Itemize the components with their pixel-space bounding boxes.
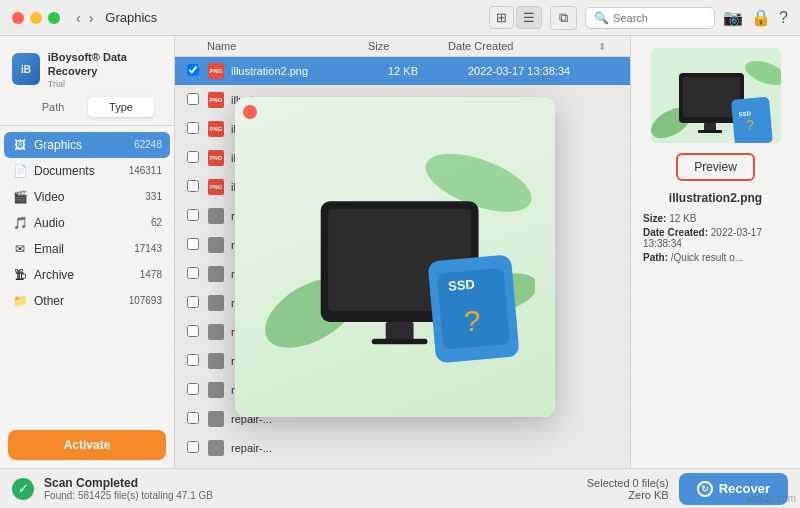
minimize-btn[interactable] (30, 12, 42, 24)
camera-icon[interactable]: 📷 (723, 8, 743, 27)
file-checkbox[interactable] (187, 383, 199, 395)
file-name: illustration2.png (231, 65, 388, 77)
file-checkbox[interactable] (187, 325, 199, 337)
recover-icon: ↻ (697, 481, 713, 497)
documents-count: 146311 (129, 165, 162, 176)
grid-view-btn[interactable]: ⊞ (489, 6, 514, 29)
watermark: wsxdn.com (746, 493, 796, 504)
file-type-icon: PNG (207, 91, 225, 109)
archive-icon: 🗜 (12, 267, 28, 283)
file-date: 2022-03-17 13:38:34 (468, 65, 618, 77)
email-count: 17143 (134, 243, 162, 254)
app-logo: iB iBoysoft® Data Recovery Trial (12, 50, 162, 89)
file-checkbox[interactable] (187, 209, 199, 221)
file-checkbox[interactable] (187, 441, 199, 453)
maximize-btn[interactable] (48, 12, 60, 24)
svg-rect-5 (386, 322, 414, 341)
svg-rect-6 (372, 339, 428, 345)
scan-detail: Found: 581425 file(s) totaling 47.1 GB (44, 490, 213, 501)
sidebar-item-other[interactable]: 📁 Other 107693 (4, 288, 170, 314)
sidebar-header: iB iBoysoft® Data Recovery Trial Path Ty… (0, 36, 174, 126)
svg-text:?: ? (464, 304, 481, 337)
tab-type[interactable]: Type (88, 97, 154, 117)
file-row[interactable]: repair-... (175, 434, 630, 463)
svg-rect-15 (683, 77, 740, 117)
file-checkbox[interactable] (187, 354, 199, 366)
activate-button[interactable]: Activate (8, 430, 166, 460)
scan-status: Scan Completed Found: 581425 file(s) tot… (44, 476, 213, 501)
file-checkbox[interactable] (187, 93, 199, 105)
window-controls (12, 12, 60, 24)
file-area: Name Size Date Created ⬍ PNG illustratio… (175, 36, 630, 468)
file-checkbox[interactable] (187, 296, 199, 308)
file-checkbox[interactable] (187, 64, 199, 76)
col-header-date: Date Created (448, 40, 598, 52)
sidebar: iB iBoysoft® Data Recovery Trial Path Ty… (0, 36, 175, 468)
file-list-header: Name Size Date Created ⬍ (175, 36, 630, 57)
sidebar-item-archive[interactable]: 🗜 Archive 1478 (4, 262, 170, 288)
status-bar: ✓ Scan Completed Found: 581425 file(s) t… (0, 468, 800, 508)
sidebar-item-graphics[interactable]: 🖼 Graphics 62248 (4, 132, 170, 158)
graphics-icon: 🖼 (12, 137, 28, 153)
file-type-icon (207, 439, 225, 457)
sidebar-items: 🖼 Graphics 62248 📄 Documents 146311 🎬 Vi… (0, 126, 174, 422)
preview-thumbnail: ? SSD (651, 48, 781, 143)
sidebar-item-documents[interactable]: 📄 Documents 146311 (4, 158, 170, 184)
sort-icon: ⬍ (598, 41, 606, 52)
preview-button[interactable]: Preview (676, 153, 755, 181)
list-view-btn[interactable]: ☰ (516, 6, 542, 29)
svg-text:SSD: SSD (447, 276, 475, 293)
popup-close-btn[interactable] (243, 105, 257, 119)
sidebar-tabs: Path Type (20, 97, 154, 117)
popup-image: ? SSD (235, 97, 555, 417)
file-checkbox[interactable] (187, 267, 199, 279)
file-checkbox[interactable] (187, 122, 199, 134)
file-size: 12 KB (388, 65, 468, 77)
documents-icon: 📄 (12, 163, 28, 179)
nav-forward-btn[interactable]: › (85, 8, 98, 28)
file-type-icon (207, 265, 225, 283)
search-box: 🔍 (585, 7, 715, 29)
file-row[interactable]: PNG illustration2.png 12 KB 2022-03-17 1… (175, 57, 630, 86)
file-checkbox[interactable] (187, 412, 199, 424)
documents-label: Documents (34, 164, 129, 178)
breadcrumb: Graphics (105, 10, 157, 25)
file-type-icon: PNG (207, 178, 225, 196)
help-icon[interactable]: ? (779, 9, 788, 27)
email-icon: ✉ (12, 241, 28, 257)
close-btn[interactable] (12, 12, 24, 24)
search-input[interactable] (613, 12, 706, 24)
app-body: iB iBoysoft® Data Recovery Trial Path Ty… (0, 36, 800, 468)
selected-count: Selected 0 file(s) (587, 477, 669, 489)
info-icon[interactable]: 🔒 (751, 8, 771, 27)
selected-size: Zero KB (587, 489, 669, 501)
file-info-name: illustration2.png (669, 191, 762, 205)
svg-text:?: ? (746, 117, 754, 133)
app-logo-icon: iB (12, 53, 40, 85)
file-checkbox[interactable] (187, 180, 199, 192)
archive-label: Archive (34, 268, 140, 282)
audio-icon: 🎵 (12, 215, 28, 231)
svg-rect-17 (698, 130, 722, 133)
other-count: 107693 (129, 295, 162, 306)
nav-back-btn[interactable]: ‹ (72, 8, 85, 28)
file-type-icon (207, 294, 225, 312)
tab-path[interactable]: Path (20, 97, 86, 117)
file-info-date: Date Created: 2022-03-17 13:38:34 (643, 227, 788, 249)
email-label: Email (34, 242, 134, 256)
sidebar-item-video[interactable]: 🎬 Video 331 (4, 184, 170, 210)
archive-count: 1478 (140, 269, 162, 280)
scan-title: Scan Completed (44, 476, 213, 490)
sidebar-item-audio[interactable]: 🎵 Audio 62 (4, 210, 170, 236)
file-type-icon (207, 410, 225, 428)
graphics-count: 62248 (134, 139, 162, 150)
video-count: 331 (145, 191, 162, 202)
filter-btn[interactable]: ⧉ (550, 6, 577, 30)
sidebar-item-email[interactable]: ✉ Email 17143 (4, 236, 170, 262)
file-size-value: 12 KB (669, 213, 696, 224)
file-type-icon (207, 381, 225, 399)
audio-count: 62 (151, 217, 162, 228)
video-label: Video (34, 190, 145, 204)
file-checkbox[interactable] (187, 238, 199, 250)
file-checkbox[interactable] (187, 151, 199, 163)
